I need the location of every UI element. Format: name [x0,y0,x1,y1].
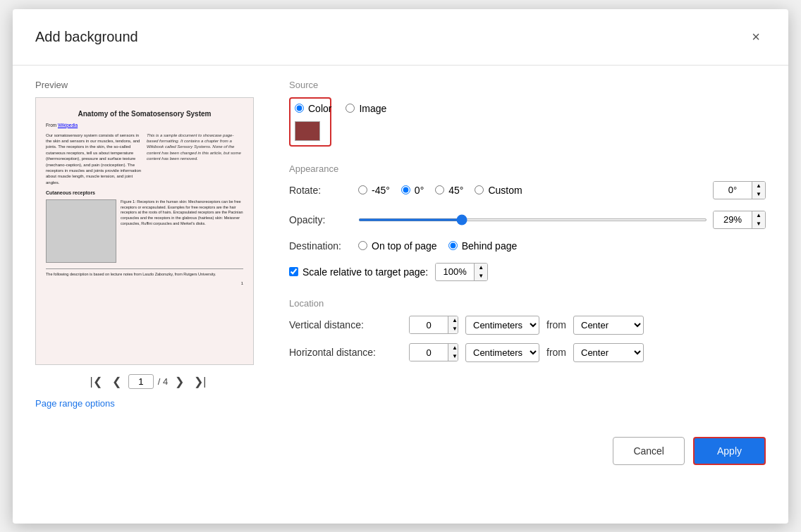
preview-section: Preview Anatomy of the Somatosensory Sys… [35,80,261,409]
preview-byline-link[interactable]: Wikipedia [58,123,78,128]
scale-label: Scale relative to target page: [302,266,428,278]
rotate-spinbox-arrows: ▲ ▼ [752,182,765,199]
destination-row: Destination: On top of page Behind page [289,240,766,252]
preview-columns: Our somatosensory system consists of sen… [46,132,243,186]
preview-doc-title: Anatomy of the Somatosensory System [46,109,243,119]
rotate-neg45-radio[interactable] [358,185,367,194]
opacity-down-arrow[interactable]: ▼ [752,220,765,228]
horizontal-up-arrow[interactable]: ▲ [448,344,458,352]
image-radio-option[interactable]: Image [346,103,386,114]
scale-up-arrow[interactable]: ▲ [475,264,487,272]
page-total: / 4 [158,376,168,387]
dialog-footer: Cancel Apply [35,426,766,465]
rotate-custom-option[interactable]: Custom [475,185,522,196]
source-label: Source [289,80,766,90]
nav-next-button[interactable]: ❯ [172,373,187,390]
dialog-title: Add background [35,29,138,45]
nav-prev-button[interactable]: ❮ [109,373,124,390]
horizontal-value-input[interactable] [410,345,448,361]
color-label: Color [308,103,331,114]
vertical-position-select[interactable]: Center Left Right Top Bottom [573,316,644,335]
rotate-45-option[interactable]: 45° [435,185,463,196]
rotate-row: Rotate: -45° 0° 45° [289,181,766,199]
vertical-distance-row: Vertical distance: ▲ ▼ Centimeters Inche… [289,316,766,335]
header-divider [13,65,788,66]
cancel-button[interactable]: Cancel [613,437,685,465]
behind-page-option[interactable]: Behind page [448,240,518,252]
opacity-value-input[interactable] [714,211,752,228]
location-label: Location [289,298,766,309]
appearance-section: Appearance Rotate: -45° 0° [289,163,766,281]
preview-subheading: Cutaneous receptors [46,190,243,197]
apply-button[interactable]: Apply [693,437,766,465]
rotate-value-input[interactable] [714,182,752,198]
opacity-slider[interactable] [358,218,707,221]
scale-checkbox[interactable] [289,267,298,276]
opacity-spinbox-arrows: ▲ ▼ [752,211,765,228]
rotate-neg45-option[interactable]: -45° [358,185,390,196]
on-top-label: On top of page [372,240,437,252]
horizontal-spinbox-arrows: ▲ ▼ [448,344,458,361]
preview-box: Anatomy of the Somatosensory System From… [35,97,254,365]
preview-bottom: Figure 1: Receptors in the human skin: M… [46,199,243,263]
preview-image [46,199,116,263]
rotate-custom-radio[interactable] [475,185,484,194]
opacity-label: Opacity: [289,214,353,225]
scale-down-arrow[interactable]: ▼ [475,272,487,280]
rotate-label: Rotate: [289,185,353,196]
rotate-0-label: 0° [415,185,424,196]
horizontal-position-select[interactable]: Center Left Right Top Bottom [573,343,644,362]
horizontal-from-label: from [546,347,566,358]
horizontal-down-arrow[interactable]: ▼ [448,352,458,361]
preview-label: Preview [35,80,261,90]
rotate-custom-label: Custom [488,185,522,196]
scale-checkbox-label[interactable]: Scale relative to target page: [289,266,428,278]
page-range-link[interactable]: Page range options [35,398,261,409]
dialog-body: Preview Anatomy of the Somatosensory Sys… [35,80,766,409]
preview-nav: |❮ ❮ / 4 ❯ ❯| [35,373,261,390]
opacity-slider-container [358,218,707,221]
behind-page-radio[interactable] [448,241,458,250]
page-input[interactable] [128,374,154,389]
horizontal-distance-label: Horizontal distance: [289,347,402,358]
vertical-value-input[interactable] [410,317,448,333]
preview-byline: From Wikipedia [46,122,243,128]
close-button[interactable]: × [746,26,766,48]
nav-first-button[interactable]: |❮ [87,373,105,390]
on-top-option[interactable]: On top of page [358,240,437,252]
rotate-0-option[interactable]: 0° [401,185,424,196]
horizontal-distance-row: Horizontal distance: ▲ ▼ Centimeters Inc… [289,343,766,362]
preview-content: Anatomy of the Somatosensory System From… [36,98,253,297]
behind-page-label: Behind page [462,240,518,252]
vertical-down-arrow[interactable]: ▼ [448,325,458,333]
preview-col-right: This is a sample document to showcase pa… [147,132,243,186]
controls-section: Source Color Image [289,80,766,409]
location-section: Location Vertical distance: ▲ ▼ Centimet… [289,298,766,362]
rotate-up-arrow[interactable]: ▲ [752,182,765,190]
rotate-45-radio[interactable] [435,185,444,194]
rotate-down-arrow[interactable]: ▼ [752,190,765,199]
vertical-up-arrow[interactable]: ▲ [448,316,458,325]
add-background-dialog: Add background × Preview Anatomy of the … [13,9,788,524]
color-radio-option[interactable]: Color [295,103,331,114]
horizontal-unit-select[interactable]: Centimeters Inches Points [465,343,539,362]
on-top-radio[interactable] [358,241,367,250]
vertical-spinbox-arrows: ▲ ▼ [448,316,458,333]
color-radio[interactable] [295,104,304,113]
scale-value-input[interactable] [436,264,474,280]
vertical-distance-label: Vertical distance: [289,319,402,330]
rotate-0-radio[interactable] [401,185,410,194]
opacity-row: Opacity: ▲ ▼ [289,211,766,229]
preview-footnote: The following description is based on le… [46,268,243,278]
nav-last-button[interactable]: ❯| [191,373,209,390]
opacity-up-arrow[interactable]: ▲ [752,211,765,220]
image-radio[interactable] [346,104,355,113]
opacity-spinbox: ▲ ▼ [713,211,766,229]
rotate-spinbox: ▲ ▼ [713,181,766,199]
preview-caption: Figure 1: Receptors in the human skin: M… [121,199,243,263]
vertical-unit-select[interactable]: Centimeters Inches Points [465,316,539,335]
scale-spinbox: ▲ ▼ [435,263,488,281]
color-swatch[interactable] [295,121,320,141]
source-row: Color Image [295,103,326,114]
vertical-from-label: from [546,319,566,330]
